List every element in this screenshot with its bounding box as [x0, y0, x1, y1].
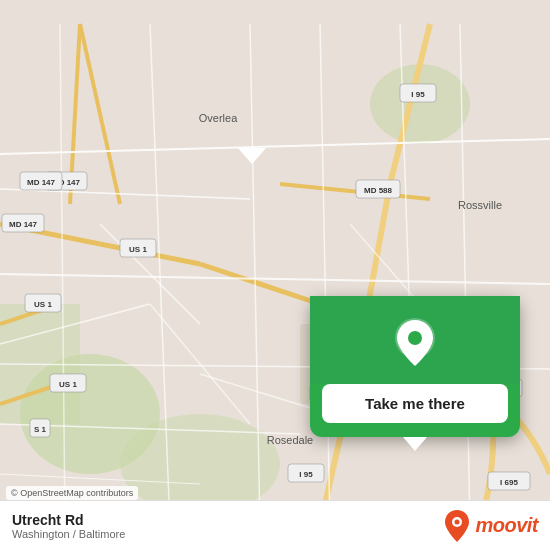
- svg-text:MD 147: MD 147: [9, 220, 38, 229]
- moovit-logo: moovit: [443, 508, 538, 544]
- popup-card-wrapper: Take me there: [155, 148, 183, 164]
- svg-text:US 1: US 1: [34, 300, 52, 309]
- svg-text:S 1: S 1: [34, 425, 47, 434]
- svg-text:Rosedale: Rosedale: [267, 434, 313, 446]
- svg-text:Rossville: Rossville: [458, 199, 502, 211]
- location-name: Utrecht Rd: [12, 512, 125, 528]
- bottom-bar: Utrecht Rd Washington / Baltimore moovit: [0, 500, 550, 550]
- svg-text:MD 588: MD 588: [364, 186, 393, 195]
- svg-text:I 695: I 695: [500, 478, 518, 487]
- location-city: Washington / Baltimore: [12, 528, 125, 540]
- osm-credit: © OpenStreetMap contributors: [6, 486, 138, 500]
- take-me-there-button[interactable]: Take me there: [322, 384, 508, 423]
- svg-text:US 1: US 1: [59, 380, 77, 389]
- svg-point-71: [455, 519, 460, 524]
- popup-icon-area: [310, 296, 520, 384]
- popup-triangle: [238, 148, 266, 164]
- location-pin-icon: [391, 316, 439, 370]
- svg-text:MD 147: MD 147: [27, 178, 56, 187]
- osm-credit-text: © OpenStreetMap contributors: [11, 488, 133, 498]
- map-container: US 1 US 1 US 1 S 1 MD 147 MD 147 MD 147 …: [0, 0, 550, 550]
- svg-text:I 95: I 95: [411, 90, 425, 99]
- popup-button-label: Take me there: [365, 395, 465, 412]
- moovit-text: moovit: [475, 514, 538, 537]
- moovit-pin-icon: [443, 508, 471, 544]
- svg-text:I 95: I 95: [299, 470, 313, 479]
- location-info: Utrecht Rd Washington / Baltimore: [12, 512, 125, 540]
- svg-text:Overlea: Overlea: [199, 112, 238, 124]
- svg-text:US 1: US 1: [129, 245, 147, 254]
- popup-card: Take me there: [310, 296, 520, 437]
- svg-point-69: [408, 331, 422, 345]
